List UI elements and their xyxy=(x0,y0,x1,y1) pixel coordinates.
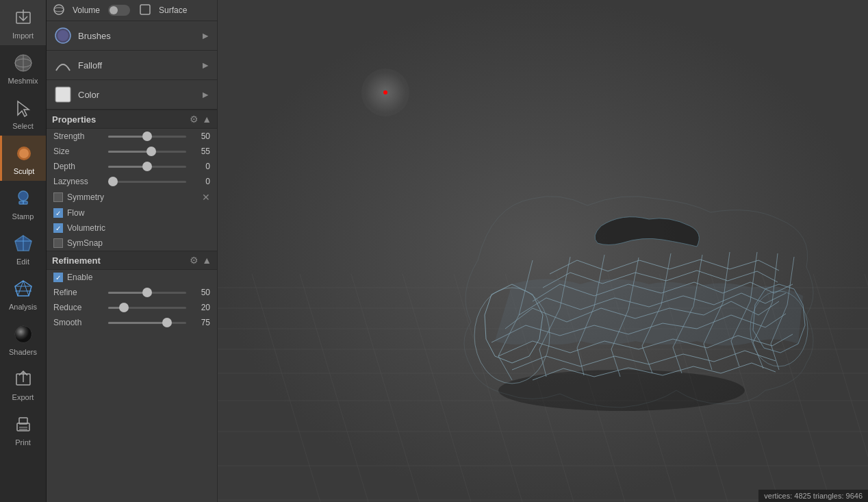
falloff-icon xyxy=(53,55,73,75)
depth-slider[interactable] xyxy=(108,166,186,168)
select-icon xyxy=(11,96,36,121)
reduce-track xyxy=(108,307,186,309)
export-label: Export xyxy=(12,393,34,401)
flow-label: Flow xyxy=(67,208,84,218)
svg-point-55 xyxy=(498,370,745,411)
size-fill xyxy=(108,151,151,153)
sidebar-item-stamp[interactable]: Stamp xyxy=(0,181,46,226)
size-track xyxy=(108,151,186,153)
reduce-thumb[interactable] xyxy=(119,303,129,312)
symsnap-checkbox[interactable] xyxy=(53,238,63,248)
volumetric-checkbox[interactable] xyxy=(53,223,63,233)
svg-rect-32 xyxy=(218,0,868,502)
refine-fill xyxy=(108,292,147,294)
sidebar-item-edit[interactable]: Edit xyxy=(0,226,46,271)
strength-thumb[interactable] xyxy=(142,131,152,141)
depth-fill xyxy=(108,166,147,168)
svg-point-30 xyxy=(58,30,68,41)
status-text: vertices: 4825 triangles: 9646 xyxy=(764,492,863,500)
smooth-thumb[interactable] xyxy=(162,318,172,327)
sidebar-item-analysis[interactable]: Analysis xyxy=(0,271,46,316)
smooth-value: 75 xyxy=(190,318,210,327)
reduce-label: Reduce xyxy=(53,303,105,312)
refinement-header-icons: ⚙ ▲ xyxy=(190,255,212,266)
sculpt-icon xyxy=(12,141,36,166)
properties-settings-icon[interactable]: ⚙ xyxy=(190,114,199,125)
meshmix-icon xyxy=(11,51,36,75)
lazyness-thumb[interactable] xyxy=(108,177,118,186)
edit-icon xyxy=(11,231,36,256)
color-label: Color xyxy=(78,90,201,100)
strength-label: Strength xyxy=(53,131,105,141)
refine-value: 50 xyxy=(190,288,210,297)
svg-point-19 xyxy=(15,326,31,342)
falloff-arrow: ► xyxy=(201,60,210,71)
smooth-row: Smooth 75 xyxy=(47,315,217,330)
lazyness-value: 0 xyxy=(190,177,210,186)
strength-row: Strength 50 xyxy=(47,129,217,144)
viewport[interactable]: vertices: 4825 triangles: 9646 xyxy=(218,0,868,502)
lazyness-track xyxy=(108,181,186,183)
sidebar-item-export[interactable]: Export xyxy=(0,362,46,407)
import-label: Import xyxy=(12,32,34,40)
symmetry-x-button[interactable]: ✕ xyxy=(202,192,210,203)
falloff-menu-item[interactable]: Falloff ► xyxy=(47,51,217,79)
falloff-section: Falloff ► xyxy=(47,51,217,80)
sidebar-item-shaders[interactable]: Shaders xyxy=(0,316,46,362)
sidebar-item-meshmix[interactable]: Meshmix xyxy=(0,45,46,90)
strength-value: 50 xyxy=(190,131,210,141)
properties-header: Properties ⚙ ▲ xyxy=(47,110,217,129)
svg-point-7 xyxy=(18,191,28,201)
size-thumb[interactable] xyxy=(146,147,156,156)
symsnap-row: SymSnap xyxy=(47,236,217,251)
print-icon xyxy=(11,412,36,437)
sidebar-item-print[interactable]: Print xyxy=(0,407,46,452)
surface-label: Surface xyxy=(159,5,187,15)
sculpt-label: Sculpt xyxy=(14,167,35,175)
strength-slider[interactable] xyxy=(108,136,186,138)
lazyness-slider[interactable] xyxy=(108,181,186,183)
lazyness-row: Lazyness 0 xyxy=(47,174,217,189)
color-menu-item[interactable]: Color ► xyxy=(47,80,217,109)
enable-label: Enable xyxy=(67,273,92,282)
size-row: Size 55 xyxy=(47,144,217,159)
enable-checkbox[interactable] xyxy=(53,273,63,282)
smooth-label: Smooth xyxy=(53,318,105,327)
smooth-slider[interactable] xyxy=(108,322,186,324)
refinement-settings-icon[interactable]: ⚙ xyxy=(190,255,199,266)
svg-rect-28 xyxy=(140,5,150,14)
svg-point-6 xyxy=(19,149,29,158)
depth-label: Depth xyxy=(53,162,105,171)
reduce-slider[interactable] xyxy=(108,307,186,309)
stamp-label: Stamp xyxy=(12,212,34,221)
brushes-menu-item[interactable]: Brushes ► xyxy=(47,21,217,50)
refinement-title: Refinement xyxy=(52,255,190,266)
strength-fill xyxy=(108,136,147,138)
reduce-value: 20 xyxy=(190,303,210,312)
toggle-knob xyxy=(110,6,118,14)
properties-collapse-icon[interactable]: ▲ xyxy=(202,114,212,125)
color-icon xyxy=(53,85,73,104)
symmetry-checkbox[interactable] xyxy=(53,192,63,202)
size-label: Size xyxy=(53,147,105,156)
sidebar-item-import[interactable]: Import xyxy=(0,0,46,45)
analysis-icon xyxy=(11,277,36,301)
flow-row: Flow xyxy=(47,205,217,221)
size-slider[interactable] xyxy=(108,151,186,153)
flow-checkbox[interactable] xyxy=(53,208,63,218)
sidebar-item-select[interactable]: Select xyxy=(0,90,46,136)
depth-thumb[interactable] xyxy=(142,162,152,171)
sidebar-item-sculpt[interactable]: Sculpt xyxy=(0,136,46,181)
refine-slider[interactable] xyxy=(108,292,186,294)
svg-marker-13 xyxy=(15,281,31,296)
refinement-collapse-icon[interactable]: ▲ xyxy=(202,255,212,266)
refine-thumb[interactable] xyxy=(142,288,152,297)
volume-surface-toggle[interactable] xyxy=(108,5,130,16)
brushes-section: Brushes ► xyxy=(47,21,217,51)
refinement-header: Refinement ⚙ ▲ xyxy=(47,251,217,270)
depth-row: Depth 0 xyxy=(47,159,217,174)
volume-label: Volume xyxy=(73,5,100,15)
svg-point-26 xyxy=(54,5,64,14)
svg-point-27 xyxy=(54,8,64,12)
smooth-fill xyxy=(108,322,167,324)
